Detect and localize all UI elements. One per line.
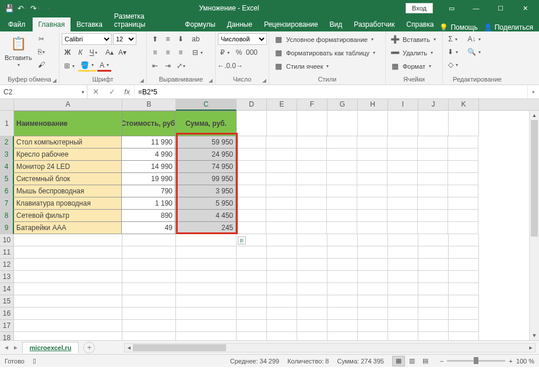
orientation-icon[interactable]: ⤢▾ — [175, 60, 186, 72]
cell[interactable] — [327, 136, 357, 149]
cell[interactable] — [418, 271, 449, 283]
redo-icon[interactable]: ↷▾ — [30, 3, 40, 13]
underline-button[interactable]: Ч▾ — [87, 47, 99, 58]
cell[interactable] — [237, 320, 267, 332]
enter-formula-icon[interactable]: ✓ — [104, 87, 120, 96]
cell[interactable] — [267, 259, 297, 271]
cell[interactable] — [266, 173, 297, 185]
row-header[interactable]: 11 — [0, 246, 14, 259]
zoom-level[interactable]: 100 % — [516, 358, 534, 365]
scroll-right-icon[interactable]: ► — [527, 344, 535, 352]
cell[interactable] — [237, 259, 267, 271]
cell[interactable] — [358, 283, 388, 295]
scroll-left-icon[interactable]: ◄ — [125, 344, 133, 352]
close-button[interactable]: ✕ — [513, 0, 537, 16]
cell[interactable] — [266, 149, 297, 161]
cell[interactable] — [327, 161, 357, 173]
tab-file[interactable]: Файл — [1, 17, 33, 31]
cell[interactable] — [297, 283, 327, 295]
launcher-icon[interactable]: ◢ — [52, 77, 57, 83]
select-all-corner[interactable] — [0, 99, 14, 110]
row-header[interactable]: 13 — [0, 271, 14, 283]
cell[interactable] — [14, 283, 122, 295]
page-break-view-icon[interactable]: ▤ — [419, 356, 432, 366]
cell[interactable] — [297, 197, 327, 210]
cell[interactable]: 1 190 — [122, 197, 175, 210]
cell[interactable] — [418, 210, 448, 222]
cell[interactable]: 5 950 — [175, 197, 236, 210]
cell[interactable] — [327, 295, 358, 308]
cell[interactable] — [237, 111, 267, 136]
cell[interactable] — [327, 111, 358, 136]
cell[interactable] — [449, 308, 479, 320]
launcher-icon[interactable]: ◢ — [209, 77, 213, 83]
col-header[interactable]: C — [176, 99, 237, 111]
cell[interactable] — [176, 332, 237, 340]
cell[interactable] — [297, 246, 327, 259]
fill-button[interactable]: ⬇▾ — [445, 46, 460, 58]
cell[interactable]: Монитор 24 LED — [13, 161, 122, 173]
cell[interactable] — [267, 111, 297, 136]
cell[interactable] — [176, 234, 237, 246]
align-middle-icon[interactable]: ≡ — [162, 33, 174, 45]
cell[interactable] — [267, 332, 297, 340]
cell[interactable] — [418, 283, 449, 295]
cell[interactable] — [387, 197, 418, 210]
cell[interactable] — [297, 173, 327, 185]
align-left-icon[interactable]: ≡ — [149, 47, 161, 58]
cell[interactable] — [266, 185, 297, 197]
cell[interactable] — [266, 197, 297, 210]
cell[interactable] — [387, 136, 418, 149]
cell[interactable] — [418, 332, 449, 340]
tab-home[interactable]: Главная — [33, 17, 71, 31]
cell[interactable] — [358, 308, 388, 320]
comma-format-icon[interactable]: 000 — [246, 47, 258, 58]
cell[interactable] — [357, 197, 387, 210]
cell[interactable] — [448, 222, 478, 234]
vertical-scrollbar[interactable]: ▲ ▼ — [529, 111, 539, 340]
cell[interactable] — [297, 222, 327, 234]
cell[interactable] — [358, 320, 388, 332]
cell[interactable] — [449, 271, 479, 283]
row-header[interactable]: 15 — [0, 295, 14, 308]
cell[interactable] — [176, 259, 237, 271]
cell[interactable] — [267, 308, 297, 320]
cell[interactable] — [122, 271, 176, 283]
cell[interactable] — [358, 234, 388, 246]
cell[interactable] — [176, 271, 237, 283]
cell[interactable] — [327, 308, 358, 320]
number-format-combo[interactable]: Числовой — [218, 33, 267, 45]
share-button[interactable]: 👤Поделиться — [484, 23, 533, 31]
cell[interactable] — [358, 111, 388, 136]
cell[interactable] — [418, 246, 449, 259]
cell[interactable] — [236, 197, 266, 210]
row-header[interactable]: 8 — [0, 210, 14, 222]
cell[interactable] — [388, 332, 418, 340]
cell[interactable] — [327, 173, 357, 185]
cell[interactable] — [297, 308, 327, 320]
cell[interactable] — [449, 332, 479, 340]
cell[interactable] — [448, 161, 478, 173]
cell[interactable] — [327, 149, 357, 161]
cell[interactable] — [388, 259, 418, 271]
cell[interactable] — [267, 320, 297, 332]
cell[interactable]: 4 990 — [122, 149, 175, 161]
row-header[interactable]: 9 — [0, 222, 14, 234]
insert-cells-button[interactable]: ➕Вставить▾ — [388, 33, 438, 45]
cell[interactable] — [297, 149, 327, 161]
cell[interactable] — [449, 259, 479, 271]
tell-me[interactable]: 💡Помощь — [439, 23, 477, 31]
undo-icon[interactable]: ↶▾ — [17, 3, 27, 13]
cell[interactable] — [236, 222, 266, 234]
cell[interactable] — [448, 149, 478, 161]
col-header[interactable]: D — [237, 99, 267, 110]
cell[interactable] — [388, 246, 418, 259]
cell[interactable] — [327, 332, 358, 340]
cell[interactable] — [297, 136, 327, 149]
format-as-table-button[interactable]: ▦Форматировать как таблицу▾ — [272, 47, 378, 59]
cell[interactable] — [237, 271, 267, 283]
launcher-icon[interactable]: ◢ — [262, 77, 266, 83]
cell[interactable] — [388, 320, 418, 332]
cell[interactable] — [418, 234, 449, 246]
merge-button[interactable]: ⊟▾ — [190, 47, 205, 58]
